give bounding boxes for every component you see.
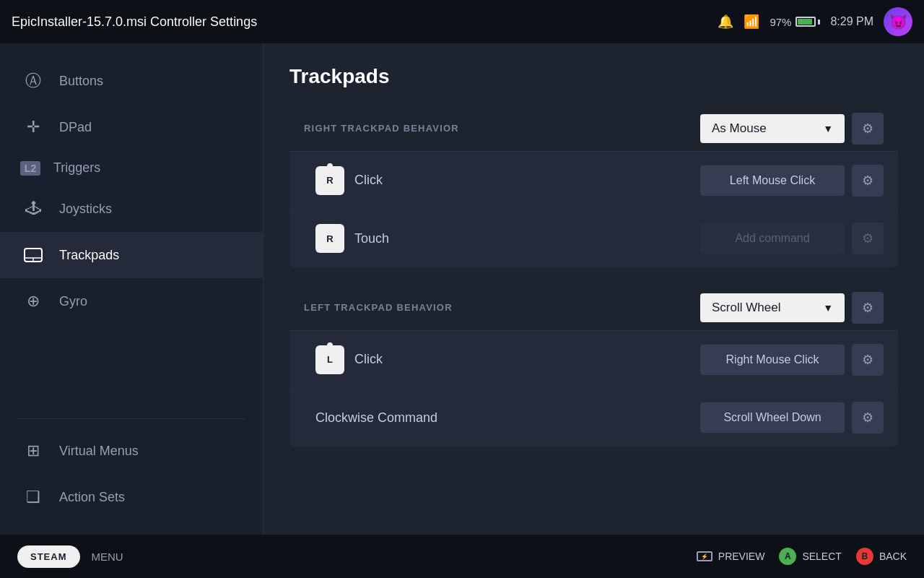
sidebar-item-buttons[interactable]: Ⓐ Buttons xyxy=(0,58,263,104)
sidebar-label-trackpads: Trackpads xyxy=(59,248,119,263)
sidebar-divider xyxy=(17,418,245,419)
sidebar-item-action-sets[interactable]: ❑ Action Sets xyxy=(0,474,263,520)
right-click-row-left: R Click xyxy=(315,166,700,195)
right-section-header: RIGHT TRACKPAD BEHAVIOR As Mouse ▼ ⚙ xyxy=(289,105,898,152)
right-behavior-value: As Mouse xyxy=(712,121,767,136)
b-badge-back: B xyxy=(856,548,873,565)
badge-letter-left: L xyxy=(327,354,333,365)
content-area: Trackpads RIGHT TRACKPAD BEHAVIOR As Mou… xyxy=(263,43,924,535)
clockwise-row-left: Clockwise Command xyxy=(315,410,700,426)
badge-letter-touch: R xyxy=(326,233,333,244)
main-layout: Ⓐ Buttons ✛ DPad L2 Triggers 🕹 Joysticks xyxy=(0,43,924,535)
right-touch-row: R Touch Add command ⚙ xyxy=(289,210,898,267)
sidebar: Ⓐ Buttons ✛ DPad L2 Triggers 🕹 Joysticks xyxy=(0,43,263,535)
sidebar-label-triggers: Triggers xyxy=(53,160,100,176)
select-label: SELECT xyxy=(802,551,841,562)
battery-percent: 97% xyxy=(770,16,791,28)
battery-icon xyxy=(796,17,820,27)
right-trackpad-section: RIGHT TRACKPAD BEHAVIOR As Mouse ▼ ⚙ R xyxy=(289,105,898,267)
sidebar-label-buttons: Buttons xyxy=(59,74,103,89)
a-badge-select: A xyxy=(779,548,796,565)
right-touch-row-left: R Touch xyxy=(315,224,700,253)
left-click-row-right: Right Mouse Click ⚙ xyxy=(700,344,884,376)
back-control[interactable]: B BACK xyxy=(856,548,907,565)
sidebar-top: Ⓐ Buttons ✛ DPad L2 Triggers 🕹 Joysticks xyxy=(0,58,263,410)
left-trackpad-section: LEFT TRACKPAD BEHAVIOR Scroll Wheel ▼ ⚙ … xyxy=(289,285,898,447)
sidebar-label-virtual-menus: Virtual Menus xyxy=(59,444,139,459)
right-touch-row-right: Add command ⚙ xyxy=(700,223,884,254)
left-behavior-dropdown[interactable]: Scroll Wheel ▼ xyxy=(700,293,845,322)
sidebar-label-action-sets: Action Sets xyxy=(59,490,125,505)
chevron-down-icon: ▼ xyxy=(823,123,833,134)
left-click-label: Click xyxy=(354,352,383,367)
left-section-controls: Scroll Wheel ▼ ⚙ xyxy=(700,292,884,324)
chevron-down-icon-left: ▼ xyxy=(823,302,833,314)
topbar: EpicInstaller-15.7.0.msi Controller Sett… xyxy=(0,0,924,43)
right-touch-gear-button[interactable]: ⚙ xyxy=(852,223,884,254)
back-label: BACK xyxy=(879,551,907,562)
right-click-command-button[interactable]: Left Mouse Click xyxy=(700,165,845,196)
topbar-time: 8:29 PM xyxy=(830,15,873,28)
preview-label: PREVIEW xyxy=(718,551,765,562)
right-touch-command-button[interactable]: Add command xyxy=(700,223,845,254)
topbar-title: EpicInstaller-15.7.0.msi Controller Sett… xyxy=(12,14,706,30)
left-behavior-value: Scroll Wheel xyxy=(712,301,780,315)
right-touch-badge: R xyxy=(315,224,344,253)
sidebar-label-joysticks: Joysticks xyxy=(59,202,112,217)
left-section-header: LEFT TRACKPAD BEHAVIOR Scroll Wheel ▼ ⚙ xyxy=(289,285,898,331)
triggers-icon: L2 xyxy=(20,161,40,176)
badge-dot-left xyxy=(327,342,333,348)
left-click-command-button[interactable]: Right Mouse Click xyxy=(700,345,845,375)
sidebar-label-dpad: DPad xyxy=(59,120,92,135)
avatar: 😈 xyxy=(884,7,912,36)
right-touch-label: Touch xyxy=(354,231,389,246)
clockwise-row-right: Scroll Wheel Down ⚙ xyxy=(700,402,884,434)
notification-icon[interactable]: 🔔 xyxy=(718,14,733,30)
right-click-label: Click xyxy=(354,173,383,188)
joysticks-icon: 🕹 xyxy=(20,196,46,222)
sidebar-item-triggers[interactable]: L2 Triggers xyxy=(0,150,263,186)
preview-icon: ⚡ xyxy=(697,551,712,561)
dpad-icon: ✛ xyxy=(20,114,46,140)
virtual-menus-icon: ⊞ xyxy=(20,438,46,464)
left-section-title: LEFT TRACKPAD BEHAVIOR xyxy=(304,302,453,313)
clockwise-label: Clockwise Command xyxy=(315,410,437,426)
left-section-gear-button[interactable]: ⚙ xyxy=(852,292,884,324)
left-click-gear-button[interactable]: ⚙ xyxy=(852,344,884,376)
right-click-gear-button[interactable]: ⚙ xyxy=(852,165,884,197)
right-section-gear-button[interactable]: ⚙ xyxy=(852,113,884,144)
sidebar-item-joysticks[interactable]: 🕹 Joysticks xyxy=(0,186,263,232)
sidebar-item-dpad[interactable]: ✛ DPad xyxy=(0,104,263,150)
steam-button[interactable]: STEAM xyxy=(17,545,80,568)
gyro-icon: ⊕ xyxy=(20,288,46,314)
sidebar-item-gyro[interactable]: ⊕ Gyro xyxy=(0,278,263,324)
sidebar-item-trackpads[interactable]: Trackpads xyxy=(0,232,263,278)
right-click-row-right: Left Mouse Click ⚙ xyxy=(700,165,884,197)
sidebar-label-gyro: Gyro xyxy=(59,294,87,309)
left-click-row: L Click Right Mouse Click ⚙ xyxy=(289,331,898,389)
sidebar-item-virtual-menus[interactable]: ⊞ Virtual Menus xyxy=(0,428,263,474)
right-click-row: R Click Left Mouse Click ⚙ xyxy=(289,152,898,210)
right-click-badge: R xyxy=(315,166,344,195)
badge-letter: R xyxy=(326,175,333,186)
preview-control[interactable]: ⚡ PREVIEW xyxy=(697,551,765,562)
clockwise-row: Clockwise Command Scroll Wheel Down ⚙ xyxy=(289,389,898,447)
select-control[interactable]: A SELECT xyxy=(779,548,841,565)
clockwise-command-button[interactable]: Scroll Wheel Down xyxy=(700,402,845,433)
bottom-controls: ⚡ PREVIEW A SELECT B BACK xyxy=(697,548,907,565)
page-title: Trackpads xyxy=(289,65,898,88)
trackpads-icon xyxy=(20,242,46,268)
action-sets-icon: ❑ xyxy=(20,484,46,510)
badge-dot xyxy=(327,163,333,169)
wifi-icon: 📶 xyxy=(744,14,759,30)
topbar-icons: 🔔 📶 97% 8:29 PM 😈 xyxy=(718,7,912,36)
clockwise-gear-button[interactable]: ⚙ xyxy=(852,402,884,434)
left-click-row-left: L Click xyxy=(315,345,700,374)
battery-indicator: 97% xyxy=(770,16,820,28)
right-behavior-dropdown[interactable]: As Mouse ▼ xyxy=(700,114,845,143)
bottombar: STEAM MENU ⚡ PREVIEW A SELECT B BACK xyxy=(0,535,924,578)
menu-label: MENU xyxy=(92,551,123,563)
left-click-badge: L xyxy=(315,345,344,374)
right-section-title: RIGHT TRACKPAD BEHAVIOR xyxy=(304,123,459,134)
right-section-controls: As Mouse ▼ ⚙ xyxy=(700,113,884,144)
